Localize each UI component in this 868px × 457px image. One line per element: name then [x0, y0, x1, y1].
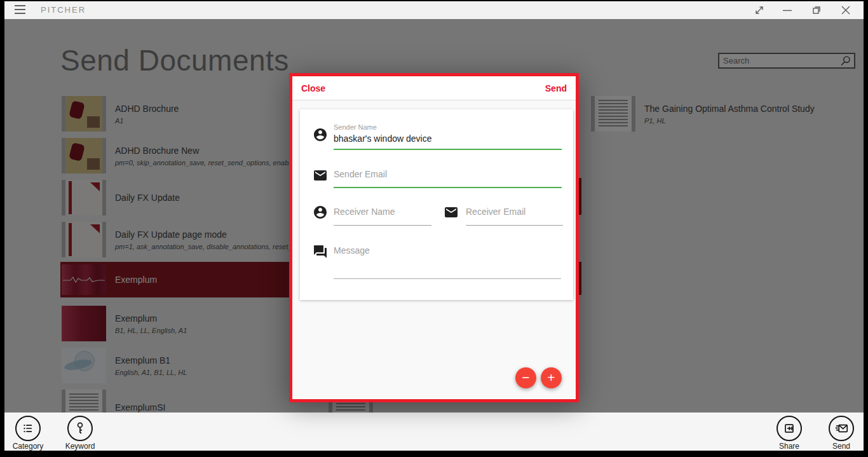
add-recipient-button[interactable]: +	[541, 367, 562, 388]
fullscreen-icon	[752, 3, 767, 18]
send-email-modal: Close Send Sender Name	[289, 73, 579, 402]
close-icon	[838, 3, 853, 18]
close-button[interactable]	[838, 3, 853, 18]
category-icon	[15, 416, 41, 441]
appbar-send-button[interactable]: Send	[821, 416, 862, 451]
appbar-label: Share	[769, 442, 810, 451]
person-icon	[313, 205, 328, 220]
share-icon	[776, 416, 802, 441]
minimize-button[interactable]	[780, 3, 795, 18]
minimize-icon	[780, 3, 795, 18]
input-underline	[334, 278, 561, 279]
sender-email-input[interactable]	[334, 169, 561, 179]
send-email-icon	[829, 416, 854, 441]
input-underline	[466, 225, 563, 226]
appbar-share-button[interactable]: Share	[769, 416, 810, 451]
restore-button[interactable]	[809, 3, 824, 18]
message-input[interactable]	[334, 245, 560, 256]
appbar-label: Send	[821, 442, 862, 451]
pitcher-window: PITCHER Send Documents ADHD Brochure A1	[0, 0, 868, 457]
appbar-label: Keyword	[60, 442, 100, 451]
receiver-email-input[interactable]	[466, 207, 561, 217]
modal-header: Close Send	[292, 76, 576, 100]
input-underline	[334, 149, 562, 150]
titlebar: PITCHER	[4, 1, 864, 19]
restore-icon	[809, 3, 824, 18]
message-icon	[313, 244, 328, 259]
appbar: Category Keyword Share Send	[4, 413, 864, 451]
keyword-key-icon	[67, 416, 93, 441]
appbar-category-button[interactable]: Category	[8, 416, 48, 451]
email-icon	[444, 205, 459, 220]
appbar-keyword-button[interactable]: Keyword	[60, 416, 100, 451]
remove-recipient-button[interactable]: −	[515, 367, 536, 388]
sender-name-input[interactable]	[334, 133, 561, 144]
email-form-card: Sender Name	[300, 109, 573, 300]
modal-send-button[interactable]: Send	[545, 76, 567, 100]
appbar-label: Category	[8, 442, 48, 451]
email-icon	[313, 168, 328, 183]
app-title: PITCHER	[41, 1, 86, 19]
hamburger-menu-icon[interactable]	[15, 5, 30, 15]
sender-name-label: Sender Name	[334, 123, 377, 131]
receiver-name-input[interactable]	[334, 207, 429, 217]
input-underline	[334, 225, 431, 226]
modal-close-button[interactable]: Close	[301, 76, 325, 100]
person-icon	[313, 127, 328, 142]
input-underline	[334, 187, 562, 188]
fullscreen-button[interactable]	[752, 3, 767, 18]
